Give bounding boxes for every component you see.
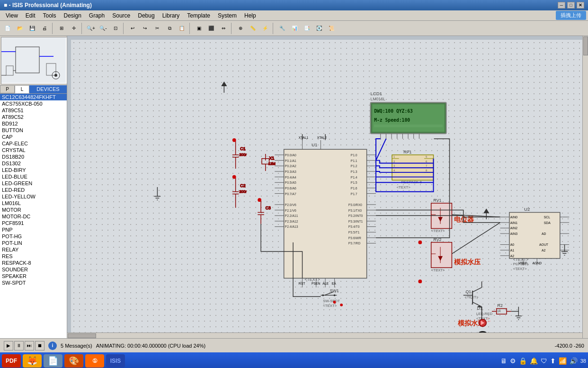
- hscroll-thumb[interactable]: [68, 333, 96, 338]
- menu-design[interactable]: Design: [60, 11, 85, 20]
- zoom-fit-button[interactable]: ⊡: [110, 23, 121, 34]
- device-item-12[interactable]: LED-BLUE: [0, 173, 67, 180]
- open-button[interactable]: 📂: [14, 23, 26, 34]
- device-item-25[interactable]: RESPACK-8: [0, 260, 67, 266]
- stop-button[interactable]: ⏹: [35, 341, 45, 350]
- svg-text:P1.5: P1.5: [351, 181, 357, 184]
- undo-button[interactable]: ↩: [127, 23, 138, 34]
- grid-button[interactable]: ⊞: [56, 23, 67, 34]
- device-item-13[interactable]: LED-GREEN: [0, 180, 67, 187]
- maximize-button[interactable]: □: [567, 2, 575, 9]
- device-item-20[interactable]: PNP: [0, 226, 67, 233]
- tab-l[interactable]: L: [15, 85, 29, 93]
- device-item-21[interactable]: POT-HG: [0, 233, 67, 240]
- device-item-8[interactable]: CRYSTAL: [0, 147, 67, 153]
- toolbar-separator-3: [123, 23, 125, 34]
- block-button[interactable]: ▣: [193, 23, 205, 34]
- play-button[interactable]: ▶: [4, 341, 13, 350]
- taskbar-app-6[interactable]: ISIS: [106, 354, 125, 368]
- svg-text:P1.2: P1.2: [351, 164, 357, 168]
- wire-button[interactable]: ⬛: [205, 23, 217, 34]
- baidu-upload-button[interactable]: 插拽上传: [556, 11, 586, 20]
- taskbar-app-3[interactable]: 📄: [44, 354, 62, 368]
- device-item-3[interactable]: AT89C52: [0, 114, 67, 120]
- device-item-14[interactable]: LED-RED: [0, 187, 67, 193]
- measure-button[interactable]: 📏: [247, 23, 258, 34]
- toolbar: 📄 📂 💾 🖨 ⊞ ✛ 🔍+ 🔍- ⊡ ↩ ↪ ✂ ⧉ 📋 ▣ ⬛ ⇔ ⊕ 📏 …: [0, 21, 588, 36]
- device-item-4[interactable]: BD912: [0, 120, 67, 127]
- gen-button[interactable]: ⚡: [259, 23, 271, 34]
- paste-button[interactable]: 📋: [176, 23, 187, 34]
- circuit-diagram: C1 200r C2 200r: [71, 40, 584, 334]
- device-item-24[interactable]: RES: [0, 253, 67, 260]
- taskbar-app-1[interactable]: PDF: [2, 354, 21, 368]
- tab-p[interactable]: P: [0, 85, 15, 93]
- minimize-button[interactable]: ─: [558, 2, 565, 9]
- property-button[interactable]: 🔧: [276, 23, 288, 34]
- vscroll-thumb[interactable]: [583, 36, 588, 55]
- probe-button[interactable]: ⊕: [235, 23, 246, 34]
- move-button[interactable]: ⇔: [218, 23, 229, 34]
- toolbar-separator-2: [81, 23, 83, 34]
- taskbar-app-4[interactable]: 🎨: [64, 354, 83, 368]
- device-item-15[interactable]: LED-YELLOW: [0, 193, 67, 200]
- device-item-0[interactable]: SC12C6344824FKHFT: [0, 94, 67, 100]
- device-item-16[interactable]: LM016L: [0, 200, 67, 206]
- netlist-button[interactable]: 📊: [289, 23, 300, 34]
- device-item-11[interactable]: LED-BIRY: [0, 167, 67, 173]
- menu-source[interactable]: Source: [108, 11, 134, 20]
- zoom-out-button[interactable]: 🔍-: [98, 23, 109, 34]
- svg-text:AD: AD: [542, 232, 546, 235]
- bom-button[interactable]: 📑: [301, 23, 312, 34]
- device-item-17[interactable]: MOTOR: [0, 206, 67, 213]
- svg-text:P0.3/A3: P0.3/A3: [285, 170, 296, 173]
- device-item-10[interactable]: DS1302: [0, 160, 67, 167]
- device-item-5[interactable]: BUTTON: [0, 127, 67, 134]
- pause-button[interactable]: ⏭: [25, 341, 34, 350]
- zoom-in-button[interactable]: 🔍+: [85, 23, 97, 34]
- device-list[interactable]: SC12C6344824FKHFT ACS755XCB-050 AT89C51 …: [0, 94, 67, 338]
- device-item-6[interactable]: CAP: [0, 134, 67, 140]
- step-button[interactable]: ⏸: [14, 341, 24, 350]
- redo-button[interactable]: ↪: [139, 23, 151, 34]
- svg-text:P0.5/A5: P0.5/A5: [285, 181, 296, 184]
- device-item-1[interactable]: ACS755XCB-050: [0, 100, 67, 107]
- menu-help[interactable]: Help: [241, 11, 260, 20]
- taskbar-right: 🖥 ⚙ 🔒 🔔 🛡 ⬆ 📶 🔊 38: [500, 357, 586, 365]
- device-item-9[interactable]: DS18B20: [0, 153, 67, 160]
- report-button[interactable]: 📜: [326, 23, 337, 34]
- print-button[interactable]: 🖨: [39, 23, 50, 34]
- pcb-button[interactable]: 💽: [313, 23, 325, 34]
- new-button[interactable]: 📄: [2, 23, 13, 34]
- save-button[interactable]: 💾: [27, 23, 38, 34]
- menu-view[interactable]: View: [2, 11, 22, 20]
- device-item-22[interactable]: POT-LIN: [0, 240, 67, 246]
- close-button[interactable]: ✕: [577, 2, 584, 9]
- schematic-area[interactable]: C1 200r C2 200r: [67, 36, 588, 338]
- menu-template[interactable]: Template: [183, 11, 214, 20]
- vertical-scrollbar[interactable]: [582, 36, 588, 338]
- menu-graph[interactable]: Graph: [85, 11, 108, 20]
- device-item-27[interactable]: SPEAKER: [0, 273, 67, 279]
- device-item-18[interactable]: MOTOR-DC: [0, 213, 67, 220]
- device-item-19[interactable]: PCF8591: [0, 220, 67, 226]
- menu-edit[interactable]: Edit: [22, 11, 39, 20]
- device-item-7[interactable]: CAP-ELEC: [0, 140, 67, 147]
- device-item-26[interactable]: SOUNDER: [0, 266, 67, 273]
- menu-library[interactable]: Library: [159, 11, 184, 20]
- menu-debug[interactable]: Debug: [134, 11, 158, 20]
- menu-system[interactable]: System: [214, 11, 241, 20]
- cut-button[interactable]: ✂: [151, 23, 163, 34]
- schematic-canvas[interactable]: C1 200r C2 200r: [71, 40, 584, 334]
- svg-text:DWQ:100  QYZ:63: DWQ:100 QYZ:63: [374, 108, 413, 114]
- copy-button[interactable]: ⧉: [164, 23, 175, 34]
- menu-tools[interactable]: Tools: [39, 11, 60, 20]
- device-item-28[interactable]: SW-SPDT: [0, 279, 67, 286]
- device-item-2[interactable]: AT89C51: [0, 107, 67, 114]
- taskbar-app-2[interactable]: 🦊: [23, 354, 42, 368]
- taskbar-app-5[interactable]: ①: [85, 354, 104, 368]
- device-item-23[interactable]: RELAY: [0, 246, 67, 253]
- svg-text:C2: C2: [240, 183, 245, 188]
- horizontal-scrollbar[interactable]: [67, 332, 582, 338]
- origin-button[interactable]: ✛: [68, 23, 80, 34]
